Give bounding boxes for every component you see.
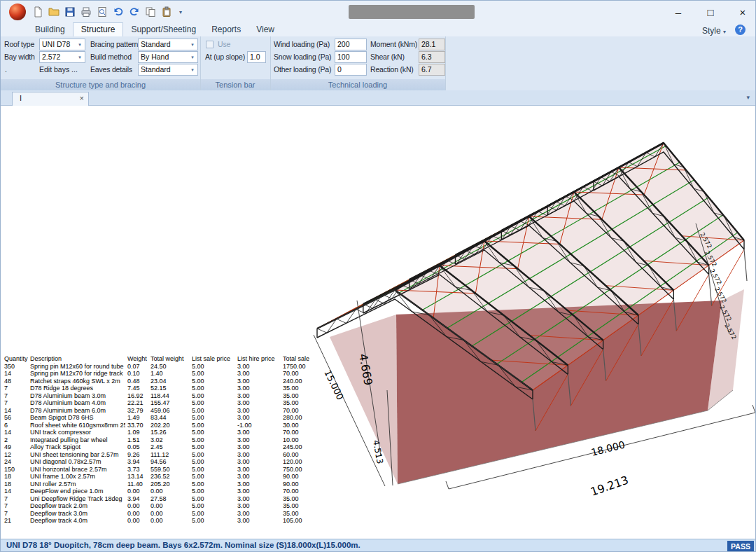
table-row[interactable]: 14DeepFlow end piece 1.0m0.000.005.003.0… (2, 488, 312, 495)
table-row[interactable]: 7D78 Ridge 18 degrees7.4552.155.003.0035… (2, 385, 312, 392)
table-row[interactable]: 12UNI sheet tensioning bar 2.57m9.26111.… (2, 451, 312, 459)
cell: 0.00 (148, 517, 190, 525)
cell: 118.44 (148, 392, 190, 400)
cell: Deepflow track 4.0m (28, 517, 125, 525)
table-row[interactable]: 14D78 Aluminium beam 6.0m32.79459.065.00… (2, 407, 312, 415)
build-method-select[interactable]: By Hand▾ (138, 51, 198, 63)
cell: Roof sheet white 610gsmx8mm 25... (28, 422, 125, 429)
document-tab[interactable]: I × (12, 92, 89, 106)
other-loading-field[interactable]: 0 (335, 64, 367, 76)
column-header: Quantity (2, 355, 28, 363)
cell: 23.04 (148, 378, 190, 385)
cell: 5.00 (190, 495, 235, 503)
style-dropdown[interactable]: Style ▾ (702, 26, 726, 36)
wind-loading-field[interactable]: 200 (335, 39, 367, 50)
document-tab-strip: I × ▾ (1, 90, 755, 106)
moment-value: 28.1 (419, 39, 445, 50)
tab-reports[interactable]: Reports (204, 23, 248, 36)
table-row[interactable]: 6Roof sheet white 610gsmx8mm 25...33.702… (2, 422, 312, 429)
cell: DeepFlow end piece 1.0m (28, 488, 125, 495)
cell: 3.00 (235, 378, 281, 385)
copy-icon[interactable] (144, 6, 157, 18)
minimize-button[interactable]: – (671, 6, 685, 18)
tab-support-sheeting[interactable]: Support/Sheeting (123, 23, 204, 36)
cell: 3.94 (125, 495, 148, 503)
snow-loading-field[interactable]: 100 (335, 51, 367, 63)
undo-icon[interactable] (112, 6, 125, 18)
table-row[interactable]: 14UNI track compressor1.0915.265.003.007… (2, 429, 312, 436)
title-bar: ▾ – □ × (1, 1, 755, 23)
close-tab-icon[interactable]: × (80, 94, 84, 102)
use-checkbox[interactable] (206, 41, 214, 48)
preview-icon[interactable] (96, 6, 108, 18)
cell: 236.52 (148, 473, 190, 481)
roof-type-label: Roof type (4, 39, 34, 50)
maximize-button[interactable]: □ (704, 6, 718, 18)
cell: 18 (2, 473, 28, 481)
cell: 5.00 (190, 407, 235, 415)
table-row[interactable]: 7Deepflow track 3.0m0.000.005.003.0035.0… (2, 510, 312, 518)
tab-structure[interactable]: Structure (73, 22, 124, 36)
cell: 15.26 (148, 429, 190, 436)
table-row[interactable]: 48Ratchet straps 460kg SWL x 2m0.4823.04… (2, 378, 312, 385)
close-button[interactable]: × (736, 6, 750, 18)
cell: 3.94 (125, 458, 148, 466)
tab-building[interactable]: Building (27, 23, 73, 36)
table-row[interactable]: 7D78 Aluminium beam 3.0m16.92118.445.003… (2, 392, 312, 400)
cell: 5.00 (190, 370, 235, 378)
cell: 3.00 (235, 429, 281, 436)
table-row[interactable]: 350Spring pin M12x60 for round tube0.072… (2, 363, 312, 371)
at-up-slope-label: At (up slope) (205, 51, 245, 63)
cell: 3.00 (235, 363, 281, 371)
cell: -1.00 (235, 422, 281, 429)
print-icon[interactable] (80, 6, 92, 18)
new-icon[interactable] (31, 6, 44, 18)
cell: 83.44 (148, 414, 190, 422)
cell: 5.00 (190, 510, 235, 518)
open-icon[interactable] (48, 6, 60, 18)
parts-list-table: QuantityDescriptionWeightTotal weightLis… (2, 355, 312, 525)
table-row[interactable]: 2Integrated pulling bar wheel1.513.025.0… (2, 436, 312, 444)
cell: Deepflow track 3.0m (28, 510, 125, 518)
group-tension-caption: Tension bar (200, 79, 270, 90)
table-row[interactable]: 7Uni Deepflow Ridge Track 18deg3.9427.58… (2, 495, 312, 503)
help-button[interactable]: ? (735, 25, 746, 35)
table-row[interactable]: 56Beam Spigot D78 6HS1.4983.445.003.0028… (2, 414, 312, 422)
table-row[interactable]: 24UNI diagonal 0.78x2.57m3.9494.565.003.… (2, 458, 312, 466)
paste-icon[interactable] (160, 6, 173, 18)
cell: 5.00 (190, 392, 235, 400)
roof-type-select[interactable]: UNI D78▾ (39, 39, 85, 50)
tabstrip-dropdown-icon[interactable]: ▾ (746, 94, 750, 101)
save-icon[interactable] (64, 6, 76, 18)
table-row[interactable]: 14Spring pin M12x70 for ridge track0.101… (2, 370, 312, 378)
table-row[interactable]: 18UNI frame 1.00x 2.57m13.14236.525.003.… (2, 473, 312, 481)
table-row[interactable]: 49Alloy Track Spigot0.052.455.003.00245.… (2, 443, 312, 451)
cell: 24.50 (148, 363, 190, 371)
cell: 30.00 (281, 422, 312, 429)
cell: 35.00 (281, 495, 312, 503)
app-logo-icon[interactable] (9, 4, 26, 20)
cell: 33.70 (125, 422, 148, 429)
table-row[interactable]: 18UNI roller 2.57m11.40205.205.003.0090.… (2, 481, 312, 488)
bracing-pattern-select[interactable]: Standard▾ (138, 39, 198, 50)
eaves-details-select[interactable]: Standard▾ (138, 64, 198, 76)
cell: 94.56 (148, 458, 190, 466)
cell: 14 (2, 429, 28, 436)
bay-width-select[interactable]: 2.572▾ (39, 51, 85, 63)
toolbar-overflow-icon[interactable]: ▾ (179, 9, 182, 15)
cell: 3.00 (235, 385, 281, 392)
table-row[interactable]: 21Deepflow track 4.0m0.000.005.003.00105… (2, 517, 312, 525)
cell: 120.00 (281, 458, 312, 466)
cell: 70.00 (281, 407, 312, 415)
edit-bays-button[interactable]: Edit bays ... (39, 64, 78, 76)
table-row[interactable]: 7D78 Aluminium beam 4.0m22.21155.475.003… (2, 399, 312, 407)
chevron-down-icon: ▾ (188, 39, 197, 50)
table-row[interactable]: 7Deepflow track 2.0m0.000.005.003.0035.0… (2, 502, 312, 510)
cell: 1.40 (148, 370, 190, 378)
redo-icon[interactable] (128, 6, 141, 18)
table-row[interactable]: 150UNI horizontal brace 2.57m3.73559.505… (2, 466, 312, 474)
cell: 70.00 (281, 429, 312, 436)
cell: 52.15 (148, 385, 190, 392)
tab-view[interactable]: View (248, 23, 282, 36)
at-up-slope-field[interactable]: 1.0 (247, 51, 266, 63)
